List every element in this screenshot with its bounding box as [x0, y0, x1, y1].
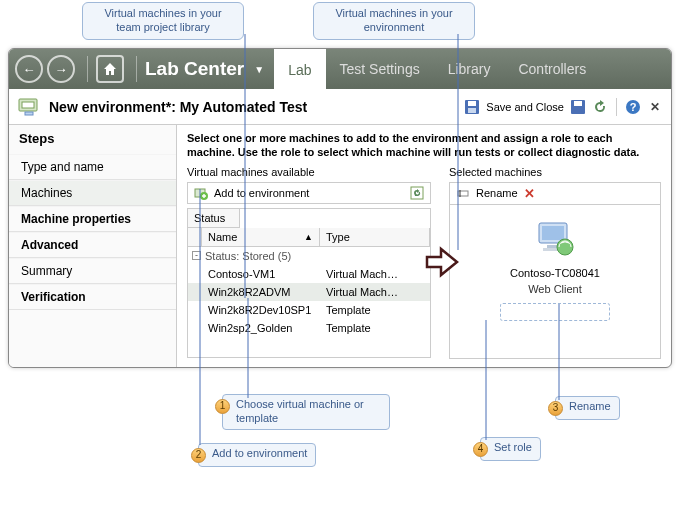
step-badge-3: 3	[548, 401, 563, 416]
delete-button[interactable]: ✕	[524, 186, 535, 201]
save-and-close-button[interactable]: Save and Close	[486, 101, 564, 113]
tab-test-settings[interactable]: Test Settings	[326, 49, 434, 89]
table-row[interactable]: Win2k8R2ADVM Virtual Mach…	[188, 283, 430, 301]
tab-controllers[interactable]: Controllers	[504, 49, 600, 89]
step-badge-1: 1	[215, 399, 230, 414]
step-machine-properties[interactable]: Machine properties	[9, 206, 176, 232]
step-advanced[interactable]: Advanced	[9, 232, 176, 258]
wizard-body: Steps Type and name Machines Machine pro…	[9, 125, 671, 367]
svg-rect-7	[574, 101, 582, 106]
table-row[interactable]: Win2sp2_Golden Template	[188, 319, 430, 337]
step-summary[interactable]: Summary	[9, 258, 176, 284]
app-dropdown-icon[interactable]: ▼	[254, 64, 264, 75]
col-header-type[interactable]: Type	[320, 228, 430, 246]
selected-machine-name: Contoso-TC08041	[510, 267, 600, 279]
collapse-icon: -	[192, 251, 201, 260]
available-toolbar: Add to environment	[187, 182, 431, 204]
step-machines[interactable]: Machines	[9, 180, 176, 206]
transfer-arrow-icon	[425, 245, 459, 279]
step-badge-2: 2	[191, 448, 206, 463]
sort-asc-icon: ▲	[304, 232, 313, 242]
selected-toolbar: Rename ✕	[449, 182, 661, 205]
svg-rect-15	[542, 226, 564, 240]
save-button[interactable]	[570, 99, 586, 115]
close-button[interactable]: ✕	[647, 99, 663, 115]
main-toolbar: ← → Lab Center ▼ Lab Test Settings Libra…	[9, 49, 671, 89]
instruction-text: Select one or more machines to add to th…	[187, 131, 661, 160]
rename-icon	[456, 186, 470, 200]
save-icon	[464, 99, 480, 115]
svg-rect-4	[468, 101, 476, 106]
help-button[interactable]: ?	[625, 99, 641, 115]
annotation-library: Virtual machines in your team project li…	[82, 2, 244, 40]
environment-icon	[17, 95, 41, 119]
grid-expand-col	[188, 228, 202, 246]
callout-step-3: 3 Rename	[555, 396, 620, 420]
table-row[interactable]: Win2k8R2Dev10SP1 Template	[188, 301, 430, 319]
svg-rect-1	[22, 102, 34, 108]
add-icon	[194, 186, 208, 200]
filter-status[interactable]: Status	[188, 209, 240, 228]
lab-center-window: ← → Lab Center ▼ Lab Test Settings Libra…	[8, 48, 672, 368]
steps-heading: Steps	[9, 125, 176, 154]
step-type-and-name[interactable]: Type and name	[9, 154, 176, 180]
divider	[616, 98, 617, 116]
selected-machine-role: Web Client	[528, 283, 582, 295]
role-dropzone[interactable]	[500, 303, 610, 321]
toolbar-divider	[136, 56, 137, 82]
callout-step-2: 2 Add to environment	[198, 443, 316, 467]
svg-rect-5	[468, 108, 476, 113]
available-machines-panel: Virtual machines available Add to enviro…	[187, 166, 431, 359]
available-grid: Status Name▲ Type - Status: Stored (5)	[187, 208, 431, 358]
tab-lab[interactable]: Lab	[274, 49, 325, 89]
selected-title: Selected machines	[449, 166, 661, 178]
forward-button[interactable]: →	[47, 55, 75, 83]
main-panel: Select one or more machines to add to th…	[177, 125, 671, 367]
selected-machines-panel: Selected machines Rename ✕	[449, 166, 661, 359]
callout-step-4: 4 Set role	[480, 437, 541, 461]
tab-strip: Lab Test Settings Library Controllers	[274, 49, 600, 89]
steps-sidebar: Steps Type and name Machines Machine pro…	[9, 125, 177, 367]
page-title: New environment*: My Automated Test	[49, 99, 464, 115]
toolbar-divider	[87, 56, 88, 82]
back-button[interactable]: ←	[15, 55, 43, 83]
col-header-name[interactable]: Name▲	[202, 228, 320, 246]
refresh-button[interactable]	[592, 99, 608, 115]
step-badge-4: 4	[473, 442, 488, 457]
annotation-environment: Virtual machines in your environment	[313, 2, 475, 40]
callout-step-1: 1 Choose virtual machine or template	[222, 394, 390, 430]
svg-text:?: ?	[630, 101, 637, 113]
tab-library[interactable]: Library	[434, 49, 505, 89]
svg-rect-2	[25, 112, 33, 115]
grid-group-stored[interactable]: - Status: Stored (5)	[188, 247, 430, 265]
app-title: Lab Center	[145, 58, 244, 80]
subheader: New environment*: My Automated Test Save…	[9, 89, 671, 125]
selected-canvas: Contoso-TC08041 Web Client	[449, 205, 661, 359]
available-title: Virtual machines available	[187, 166, 431, 178]
grid-header: Name▲ Type	[188, 228, 430, 247]
refresh-list-button[interactable]	[410, 186, 424, 200]
step-verification[interactable]: Verification	[9, 284, 176, 310]
rename-button[interactable]: Rename	[476, 187, 518, 199]
home-button[interactable]	[96, 55, 124, 83]
computer-icon[interactable]	[533, 221, 577, 263]
add-to-environment-button[interactable]: Add to environment	[214, 187, 309, 199]
table-row[interactable]: Contoso-VM1 Virtual Mach…	[188, 265, 430, 283]
